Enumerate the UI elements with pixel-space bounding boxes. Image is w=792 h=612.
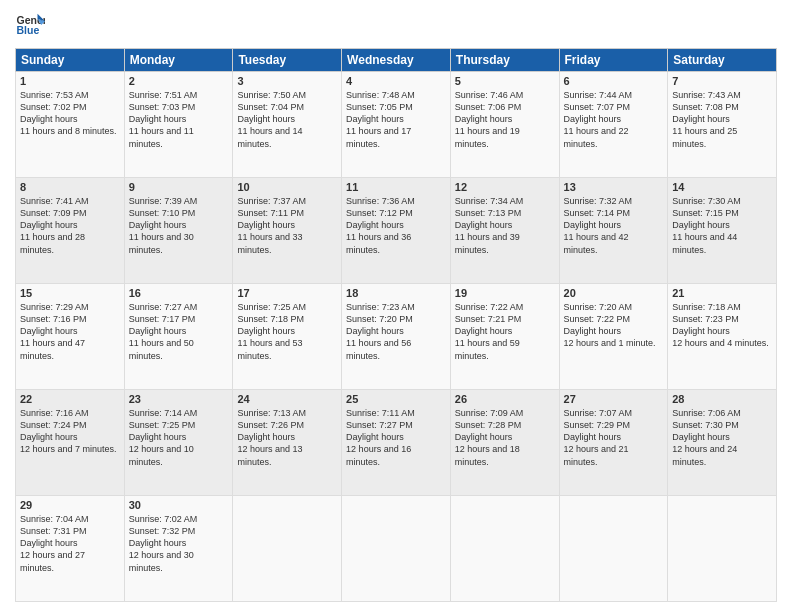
cell-info: Sunrise: 7:04 AMSunset: 7:31 PMDaylight … <box>20 513 120 574</box>
calendar-cell: 24Sunrise: 7:13 AMSunset: 7:26 PMDayligh… <box>233 390 342 496</box>
day-number: 22 <box>20 393 120 405</box>
week-row-4: 22Sunrise: 7:16 AMSunset: 7:24 PMDayligh… <box>16 390 777 496</box>
day-number: 18 <box>346 287 446 299</box>
day-number: 19 <box>455 287 555 299</box>
calendar-cell: 14Sunrise: 7:30 AMSunset: 7:15 PMDayligh… <box>668 178 777 284</box>
weekday-thursday: Thursday <box>450 49 559 72</box>
cell-info: Sunrise: 7:36 AMSunset: 7:12 PMDaylight … <box>346 195 446 256</box>
cell-info: Sunrise: 7:50 AMSunset: 7:04 PMDaylight … <box>237 89 337 150</box>
cell-info: Sunrise: 7:13 AMSunset: 7:26 PMDaylight … <box>237 407 337 468</box>
day-number: 26 <box>455 393 555 405</box>
day-number: 25 <box>346 393 446 405</box>
cell-info: Sunrise: 7:16 AMSunset: 7:24 PMDaylight … <box>20 407 120 456</box>
calendar-cell <box>450 496 559 602</box>
week-row-3: 15Sunrise: 7:29 AMSunset: 7:16 PMDayligh… <box>16 284 777 390</box>
day-number: 7 <box>672 75 772 87</box>
calendar-cell: 28Sunrise: 7:06 AMSunset: 7:30 PMDayligh… <box>668 390 777 496</box>
cell-info: Sunrise: 7:46 AMSunset: 7:06 PMDaylight … <box>455 89 555 150</box>
cell-info: Sunrise: 7:27 AMSunset: 7:17 PMDaylight … <box>129 301 229 362</box>
cell-info: Sunrise: 7:29 AMSunset: 7:16 PMDaylight … <box>20 301 120 362</box>
weekday-saturday: Saturday <box>668 49 777 72</box>
calendar-cell: 20Sunrise: 7:20 AMSunset: 7:22 PMDayligh… <box>559 284 668 390</box>
calendar-cell: 3Sunrise: 7:50 AMSunset: 7:04 PMDaylight… <box>233 72 342 178</box>
day-number: 16 <box>129 287 229 299</box>
day-number: 1 <box>20 75 120 87</box>
day-number: 9 <box>129 181 229 193</box>
weekday-header-row: SundayMondayTuesdayWednesdayThursdayFrid… <box>16 49 777 72</box>
day-number: 10 <box>237 181 337 193</box>
day-number: 13 <box>564 181 664 193</box>
calendar-cell <box>233 496 342 602</box>
calendar-table: SundayMondayTuesdayWednesdayThursdayFrid… <box>15 48 777 602</box>
calendar-cell: 7Sunrise: 7:43 AMSunset: 7:08 PMDaylight… <box>668 72 777 178</box>
calendar-cell: 9Sunrise: 7:39 AMSunset: 7:10 PMDaylight… <box>124 178 233 284</box>
calendar-cell: 27Sunrise: 7:07 AMSunset: 7:29 PMDayligh… <box>559 390 668 496</box>
calendar-cell: 26Sunrise: 7:09 AMSunset: 7:28 PMDayligh… <box>450 390 559 496</box>
calendar-cell: 4Sunrise: 7:48 AMSunset: 7:05 PMDaylight… <box>342 72 451 178</box>
day-number: 14 <box>672 181 772 193</box>
day-number: 15 <box>20 287 120 299</box>
week-row-2: 8Sunrise: 7:41 AMSunset: 7:09 PMDaylight… <box>16 178 777 284</box>
calendar-cell: 13Sunrise: 7:32 AMSunset: 7:14 PMDayligh… <box>559 178 668 284</box>
day-number: 28 <box>672 393 772 405</box>
day-number: 5 <box>455 75 555 87</box>
weekday-sunday: Sunday <box>16 49 125 72</box>
weekday-tuesday: Tuesday <box>233 49 342 72</box>
calendar-cell: 12Sunrise: 7:34 AMSunset: 7:13 PMDayligh… <box>450 178 559 284</box>
calendar-cell: 18Sunrise: 7:23 AMSunset: 7:20 PMDayligh… <box>342 284 451 390</box>
calendar-cell: 30Sunrise: 7:02 AMSunset: 7:32 PMDayligh… <box>124 496 233 602</box>
calendar-cell: 16Sunrise: 7:27 AMSunset: 7:17 PMDayligh… <box>124 284 233 390</box>
cell-info: Sunrise: 7:14 AMSunset: 7:25 PMDaylight … <box>129 407 229 468</box>
week-row-5: 29Sunrise: 7:04 AMSunset: 7:31 PMDayligh… <box>16 496 777 602</box>
cell-info: Sunrise: 7:51 AMSunset: 7:03 PMDaylight … <box>129 89 229 150</box>
cell-info: Sunrise: 7:18 AMSunset: 7:23 PMDaylight … <box>672 301 772 350</box>
cell-info: Sunrise: 7:30 AMSunset: 7:15 PMDaylight … <box>672 195 772 256</box>
day-number: 30 <box>129 499 229 511</box>
calendar-cell: 5Sunrise: 7:46 AMSunset: 7:06 PMDaylight… <box>450 72 559 178</box>
calendar-cell <box>668 496 777 602</box>
cell-info: Sunrise: 7:11 AMSunset: 7:27 PMDaylight … <box>346 407 446 468</box>
weekday-wednesday: Wednesday <box>342 49 451 72</box>
day-number: 6 <box>564 75 664 87</box>
cell-info: Sunrise: 7:23 AMSunset: 7:20 PMDaylight … <box>346 301 446 362</box>
day-number: 2 <box>129 75 229 87</box>
calendar-cell: 29Sunrise: 7:04 AMSunset: 7:31 PMDayligh… <box>16 496 125 602</box>
day-number: 12 <box>455 181 555 193</box>
day-number: 17 <box>237 287 337 299</box>
calendar-cell <box>559 496 668 602</box>
cell-info: Sunrise: 7:25 AMSunset: 7:18 PMDaylight … <box>237 301 337 362</box>
calendar-cell: 2Sunrise: 7:51 AMSunset: 7:03 PMDaylight… <box>124 72 233 178</box>
weekday-friday: Friday <box>559 49 668 72</box>
cell-info: Sunrise: 7:44 AMSunset: 7:07 PMDaylight … <box>564 89 664 150</box>
day-number: 23 <box>129 393 229 405</box>
cell-info: Sunrise: 7:43 AMSunset: 7:08 PMDaylight … <box>672 89 772 150</box>
day-number: 21 <box>672 287 772 299</box>
calendar-body: 1Sunrise: 7:53 AMSunset: 7:02 PMDaylight… <box>16 72 777 602</box>
cell-info: Sunrise: 7:48 AMSunset: 7:05 PMDaylight … <box>346 89 446 150</box>
cell-info: Sunrise: 7:07 AMSunset: 7:29 PMDaylight … <box>564 407 664 468</box>
day-number: 11 <box>346 181 446 193</box>
header: General Blue <box>15 10 777 40</box>
cell-info: Sunrise: 7:20 AMSunset: 7:22 PMDaylight … <box>564 301 664 350</box>
svg-text:Blue: Blue <box>17 24 40 36</box>
calendar-cell: 15Sunrise: 7:29 AMSunset: 7:16 PMDayligh… <box>16 284 125 390</box>
weekday-monday: Monday <box>124 49 233 72</box>
cell-info: Sunrise: 7:39 AMSunset: 7:10 PMDaylight … <box>129 195 229 256</box>
logo-icon: General Blue <box>15 10 45 40</box>
calendar-cell: 22Sunrise: 7:16 AMSunset: 7:24 PMDayligh… <box>16 390 125 496</box>
calendar-cell: 23Sunrise: 7:14 AMSunset: 7:25 PMDayligh… <box>124 390 233 496</box>
day-number: 3 <box>237 75 337 87</box>
calendar-cell <box>342 496 451 602</box>
cell-info: Sunrise: 7:22 AMSunset: 7:21 PMDaylight … <box>455 301 555 362</box>
day-number: 27 <box>564 393 664 405</box>
day-number: 8 <box>20 181 120 193</box>
cell-info: Sunrise: 7:09 AMSunset: 7:28 PMDaylight … <box>455 407 555 468</box>
cell-info: Sunrise: 7:34 AMSunset: 7:13 PMDaylight … <box>455 195 555 256</box>
calendar-cell: 8Sunrise: 7:41 AMSunset: 7:09 PMDaylight… <box>16 178 125 284</box>
calendar-cell: 25Sunrise: 7:11 AMSunset: 7:27 PMDayligh… <box>342 390 451 496</box>
calendar-cell: 19Sunrise: 7:22 AMSunset: 7:21 PMDayligh… <box>450 284 559 390</box>
cell-info: Sunrise: 7:32 AMSunset: 7:14 PMDaylight … <box>564 195 664 256</box>
calendar-cell: 6Sunrise: 7:44 AMSunset: 7:07 PMDaylight… <box>559 72 668 178</box>
calendar-cell: 1Sunrise: 7:53 AMSunset: 7:02 PMDaylight… <box>16 72 125 178</box>
cell-info: Sunrise: 7:37 AMSunset: 7:11 PMDaylight … <box>237 195 337 256</box>
